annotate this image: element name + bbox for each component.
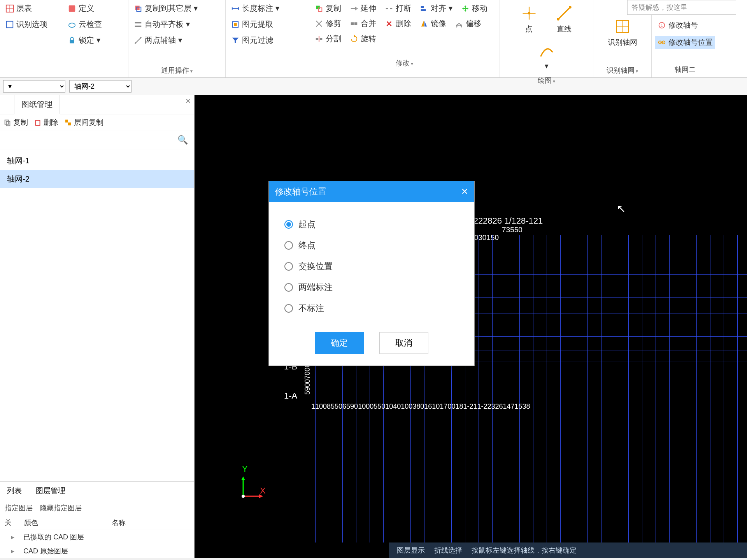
ribbon-merge[interactable]: 合并 <box>349 17 377 30</box>
curve-icon <box>538 42 555 59</box>
dialog-titlebar[interactable]: 修改轴号位置 ✕ <box>269 181 474 202</box>
table-row[interactable]: ▸CAD 原始图层 <box>0 544 194 558</box>
ribbon-copy[interactable]: 复制 <box>314 2 342 15</box>
svg-rect-25 <box>421 9 426 11</box>
ribbon-layer-table[interactable]: 层表 <box>5 2 48 15</box>
ok-button[interactable]: 确定 <box>315 332 364 354</box>
ribbon-break[interactable]: 打断 <box>384 2 412 15</box>
global-search[interactable]: 答疑解惑，搜这里 <box>627 0 736 15</box>
table-row[interactable]: ▸已提取的 CAD 图层 <box>0 530 194 544</box>
radio-icon <box>284 304 293 313</box>
svg-point-12 <box>135 42 137 44</box>
point-icon <box>521 5 538 22</box>
radio-icon <box>284 220 293 229</box>
side-tab-1[interactable] <box>0 95 14 114</box>
inter-copy-icon <box>64 118 72 127</box>
side-delete-button[interactable]: 删除 <box>33 117 58 128</box>
radio-swap[interactable]: 交换位置 <box>284 256 459 277</box>
delete-icon <box>385 19 393 28</box>
layer-set[interactable]: 指定图层 <box>5 503 33 513</box>
radio-none[interactable]: 不标注 <box>284 298 459 319</box>
grid-select[interactable]: 轴网-2 <box>69 80 132 93</box>
ribbon-modify-axis-pos[interactable]: 修改轴号位置 <box>655 36 715 49</box>
axis-num-icon: 1 <box>658 21 666 30</box>
ribbon-lock[interactable]: 锁定 ▾ <box>67 33 103 47</box>
svg-rect-53 <box>65 120 68 122</box>
svg-rect-30 <box>316 38 318 40</box>
side-inter-copy-button[interactable]: 层间复制 <box>64 117 103 128</box>
svg-rect-6 <box>70 40 74 43</box>
svg-point-5 <box>69 23 75 27</box>
ribbon-axis-ext: 轴网二 <box>655 63 715 76</box>
expand-icon[interactable]: ▸ <box>5 533 20 541</box>
svg-text:1: 1 <box>661 24 663 28</box>
ribbon-copy-to-layer[interactable]: 复制到其它层 ▾ <box>133 2 198 15</box>
ribbon-extract[interactable]: 图元提取 <box>230 18 280 31</box>
ribbon-draw-more[interactable]: ▾ <box>533 39 561 74</box>
settings-icon <box>5 20 14 29</box>
list-item[interactable]: 轴网-1 <box>0 152 194 170</box>
ribbon-cloud-check[interactable]: 云检查 <box>67 18 103 31</box>
ribbon-filter[interactable]: 图元过滤 <box>230 33 280 47</box>
svg-rect-10 <box>135 25 142 27</box>
layer-tab-manage[interactable]: 图层管理 <box>29 482 72 500</box>
mirror-icon <box>420 19 428 28</box>
list-item[interactable]: 轴网-2 <box>0 170 194 188</box>
ucs-axis-icon: Y X <box>237 475 265 504</box>
layer-panel: 列表 图层管理 指定图层 隐藏指定图层 关颜色名称 ▸已提取的 CAD 图层 ▸… <box>0 481 194 558</box>
ribbon-auto-align[interactable]: 自动平齐板 ▾ <box>133 18 198 31</box>
search-icon[interactable]: 🔍 <box>174 133 192 147</box>
status-item[interactable]: 图层显示 <box>397 546 425 555</box>
radio-start[interactable]: 起点 <box>284 214 459 235</box>
radio-icon <box>284 241 293 250</box>
ribbon-extend[interactable]: 延伸 <box>349 2 377 15</box>
ribbon-group-label-draw: 绘图 <box>505 74 588 86</box>
dropdown-unknown[interactable]: ▾ <box>3 80 65 93</box>
close-icon[interactable]: ✕ <box>461 187 468 197</box>
svg-rect-3 <box>7 21 13 28</box>
dimension-icon <box>231 4 240 13</box>
grid-icon <box>614 18 631 35</box>
side-list: 轴网-1 轴网-2 <box>0 149 194 481</box>
ribbon-two-point-aux[interactable]: 两点辅轴 ▾ <box>133 33 198 47</box>
ribbon-rotate[interactable]: 旋转 <box>349 32 377 46</box>
svg-point-13 <box>140 37 142 38</box>
ribbon-group-label-general: 通用操作 <box>133 63 221 76</box>
ribbon-offset[interactable]: 偏移 <box>454 17 482 30</box>
status-item[interactable]: 折线选择 <box>434 546 462 555</box>
side-copy-button[interactable]: 复制 <box>3 117 28 128</box>
ribbon-recognize-options[interactable]: 识别选项 <box>5 18 48 31</box>
svg-marker-56 <box>241 476 245 480</box>
split-icon <box>315 35 323 43</box>
ribbon-delete[interactable]: 删除 <box>384 17 412 30</box>
radio-end[interactable]: 终点 <box>284 235 459 256</box>
extract-icon <box>231 20 240 29</box>
svg-rect-52 <box>36 121 40 126</box>
side-tab-drawings[interactable]: 图纸管理 <box>14 95 60 114</box>
ribbon-define[interactable]: 定义 <box>67 2 103 15</box>
svg-rect-18 <box>234 23 237 26</box>
ribbon-modify-axis-num[interactable]: 1修改轴号 <box>655 19 715 32</box>
align-icon <box>134 20 142 29</box>
axis-bottom-dims: 1100855065901000550104010038016101700181… <box>311 402 530 411</box>
ribbon-mirror[interactable]: 镜像 <box>419 17 447 30</box>
ribbon-trim[interactable]: 修剪 <box>314 17 342 30</box>
ribbon-point[interactable]: 点 <box>515 2 543 37</box>
svg-rect-51 <box>6 121 10 126</box>
side-close-icon[interactable]: ✕ <box>185 97 191 105</box>
radio-both[interactable]: 两端标注 <box>284 277 459 298</box>
expand-icon[interactable]: ▸ <box>5 547 20 555</box>
aux-axis-icon <box>134 36 142 45</box>
layer-tab-list[interactable]: 列表 <box>0 482 29 500</box>
cancel-button[interactable]: 取消 <box>379 332 428 354</box>
ribbon-split[interactable]: 分割 <box>314 32 342 46</box>
ribbon-align[interactable]: 对齐 ▾ <box>419 2 453 15</box>
ribbon-length-dim[interactable]: 长度标注 ▾ <box>230 2 280 15</box>
extend-icon <box>350 4 358 13</box>
svg-rect-9 <box>135 22 142 23</box>
layer-hide[interactable]: 隐藏指定图层 <box>40 503 82 513</box>
copy-icon <box>315 4 323 13</box>
ribbon-move[interactable]: 移动 <box>460 2 488 15</box>
ribbon-line[interactable]: 直线 <box>550 2 578 37</box>
status-bar: 图层显示 折线选择 按鼠标左键选择轴线，按右键确定 <box>389 542 747 558</box>
